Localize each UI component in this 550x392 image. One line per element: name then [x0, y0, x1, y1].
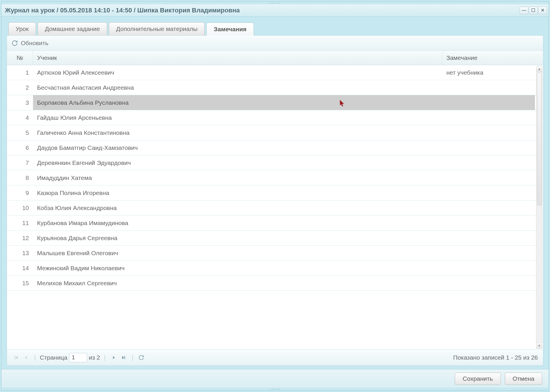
- table-row[interactable]: 4Гайдаш Юлия Арсеньевна: [7, 110, 543, 125]
- cell-number: 8: [7, 170, 33, 185]
- cell-note[interactable]: [442, 231, 535, 245]
- cell-student[interactable]: Малышев Евгений Олегович: [33, 246, 442, 260]
- table-row[interactable]: 14Межинский Вадим Николаевич: [7, 261, 543, 276]
- cell-number: 15: [7, 276, 33, 290]
- cell-student[interactable]: Даудов Баматгир Саид-Хамзатович: [33, 140, 442, 155]
- tab-0[interactable]: Урок: [8, 22, 36, 35]
- table-row[interactable]: 10Кобза Юлия Александровна: [7, 200, 543, 216]
- table-row[interactable]: 5Галиченко Анна Константиновна: [7, 125, 543, 140]
- separator: |: [32, 354, 38, 361]
- cell-student[interactable]: Бесчастная Анастасия Андреевна: [33, 80, 442, 95]
- table-row[interactable]: 3Борлакова Альбина Руслановна: [7, 95, 543, 110]
- table-row[interactable]: 15Мелихов Михаил Сергеевич: [7, 276, 543, 291]
- prev-page-button[interactable]: [22, 354, 30, 362]
- cell-note[interactable]: нет учебника: [442, 65, 535, 80]
- maximize-button[interactable]: ☐: [529, 7, 538, 14]
- cell-student[interactable]: Артюхов Юрий Алексеевич: [33, 65, 442, 80]
- table-row[interactable]: 1Артюхов Юрий Алексеевичнет учебника: [7, 65, 543, 80]
- cell-note[interactable]: [442, 125, 535, 140]
- table-row[interactable]: 6Даудов Баматгир Саид-Хамзатович: [7, 140, 543, 155]
- cell-number: 1: [7, 65, 33, 80]
- cell-student[interactable]: Казюра Полина Игоревна: [33, 185, 442, 200]
- cell-student[interactable]: Межинский Вадим Николаевич: [33, 261, 442, 275]
- minimize-icon: —: [522, 8, 526, 13]
- cell-number: 6: [7, 140, 33, 155]
- cell-note[interactable]: [442, 200, 535, 215]
- col-number-header[interactable]: №: [7, 51, 33, 65]
- cell-student[interactable]: Имадуддин Хатема: [33, 170, 442, 185]
- lesson-journal-window: • • • • Журнал на урок / 05.05.2018 14:1…: [1, 1, 549, 391]
- cell-student[interactable]: Курбанова Имара Имамудинова: [33, 216, 442, 230]
- cell-student[interactable]: Гайдаш Юлия Арсеньевна: [33, 110, 442, 125]
- cell-student[interactable]: Галиченко Анна Константиновна: [33, 125, 442, 140]
- cancel-button[interactable]: Отмена: [505, 373, 542, 385]
- page-total: из 2: [89, 354, 100, 361]
- cell-note[interactable]: [442, 261, 535, 275]
- tabbar: УрокДомашнее заданиеДополнительные матер…: [7, 21, 543, 36]
- table-row[interactable]: 8Имадуддин Хатема: [7, 170, 543, 185]
- scrollbar[interactable]: ▲ ▼: [536, 66, 542, 349]
- cell-student[interactable]: Мелихов Михаил Сергеевич: [33, 276, 442, 290]
- tab-3[interactable]: Замечания: [206, 23, 254, 36]
- window-controls: — ☐ ✕: [520, 7, 547, 14]
- scroll-thumb[interactable]: [537, 72, 542, 205]
- cell-student[interactable]: Курьянова Дарья Сергеевна: [33, 231, 442, 245]
- maximize-icon: ☐: [531, 8, 535, 13]
- tab-2[interactable]: Дополнительные материалы: [109, 22, 205, 35]
- table-row[interactable]: 11Курбанова Имара Имамудинова: [7, 216, 543, 231]
- table-row[interactable]: 13Малышев Евгений Олегович: [7, 246, 543, 261]
- refresh-icon[interactable]: [12, 40, 18, 46]
- cell-note[interactable]: [442, 276, 535, 290]
- cell-note[interactable]: [442, 80, 535, 95]
- table-row[interactable]: 9Казюра Полина Игоревна: [7, 185, 543, 200]
- cell-student[interactable]: Деревянкин Евгений Эдуардович: [33, 155, 442, 170]
- table-row[interactable]: 7Деревянкин Евгений Эдуардович: [7, 155, 543, 170]
- cell-number: 5: [7, 125, 33, 140]
- drag-handle-top[interactable]: • • • •: [1, 1, 549, 4]
- cell-number: 9: [7, 185, 33, 200]
- header-scroll-spacer: [535, 51, 543, 65]
- pager-status: Показано записей 1 - 25 из 26: [453, 354, 538, 361]
- cell-note[interactable]: [442, 185, 535, 200]
- cell-number: 3: [7, 95, 33, 110]
- cell-student[interactable]: Кобза Юлия Александровна: [33, 200, 442, 215]
- tab-1[interactable]: Домашнее задание: [38, 22, 107, 35]
- close-icon: ✕: [541, 8, 544, 13]
- col-student-header[interactable]: Ученик: [33, 51, 442, 65]
- cell-number: 11: [7, 216, 33, 230]
- cell-number: 13: [7, 246, 33, 260]
- col-note-header[interactable]: Замечание: [442, 51, 535, 65]
- cell-number: 10: [7, 200, 33, 215]
- separator: |: [129, 354, 135, 361]
- pager: | Страница из 2 | | Показано записей 1 -…: [7, 349, 543, 365]
- table-row[interactable]: 12Курьянова Дарья Сергеевна: [7, 231, 543, 246]
- titlebar: Журнал на урок / 05.05.2018 14:10 - 14:5…: [1, 4, 549, 16]
- save-button[interactable]: Сохранить: [455, 373, 500, 385]
- page-input[interactable]: [69, 353, 87, 362]
- table-row[interactable]: 2Бесчастная Анастасия Андреевна: [7, 80, 543, 95]
- cell-note[interactable]: [442, 170, 535, 185]
- cell-number: 7: [7, 155, 33, 170]
- last-page-button[interactable]: [120, 354, 128, 362]
- next-page-button[interactable]: [110, 354, 118, 362]
- pager-refresh-button[interactable]: [137, 354, 145, 362]
- separator: |: [102, 354, 108, 361]
- toolbar: Обновить: [7, 36, 543, 51]
- cell-number: 12: [7, 231, 33, 245]
- drag-handle-bottom[interactable]: • • • •: [1, 388, 549, 391]
- tab-panel-notes: Обновить № Ученик Замечание 1Артюхов Юри…: [7, 36, 543, 366]
- minimize-button[interactable]: —: [520, 7, 528, 14]
- cell-note[interactable]: [442, 140, 535, 155]
- cell-note[interactable]: [442, 155, 535, 170]
- scroll-up-icon[interactable]: ▲: [536, 66, 542, 72]
- refresh-button[interactable]: Обновить: [21, 40, 48, 47]
- cell-note[interactable]: [442, 110, 535, 125]
- cell-student[interactable]: Борлакова Альбина Руслановна: [33, 95, 442, 110]
- first-page-button[interactable]: [12, 354, 20, 362]
- cell-note[interactable]: [442, 216, 535, 230]
- cell-note[interactable]: [442, 95, 535, 110]
- content-area: УрокДомашнее заданиеДополнительные матер…: [1, 16, 549, 369]
- cell-note[interactable]: [442, 246, 535, 260]
- scroll-down-icon[interactable]: ▼: [536, 343, 542, 348]
- close-button[interactable]: ✕: [538, 7, 547, 14]
